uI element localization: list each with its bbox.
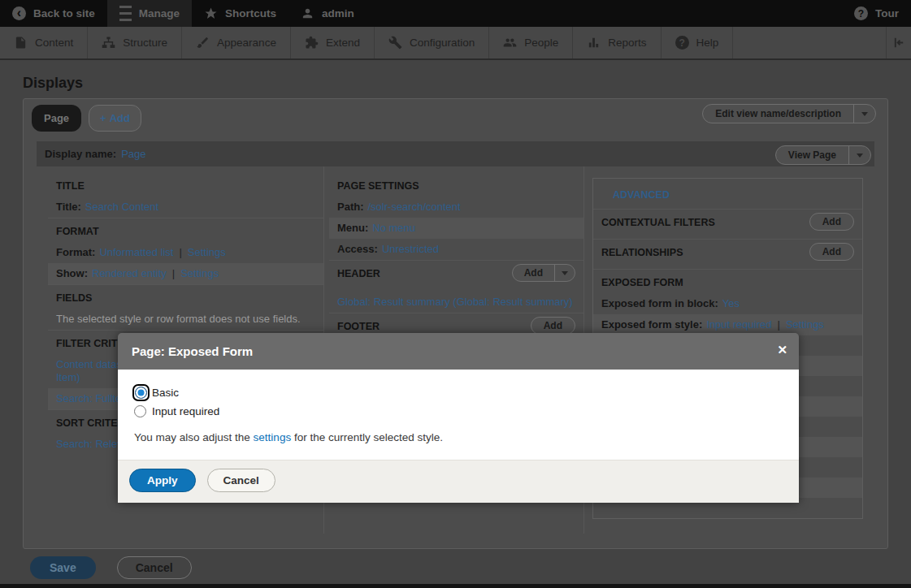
exposed-form-block-row: Exposed form in block:Yes — [593, 293, 862, 314]
toolbar-orientation-toggle[interactable] — [887, 27, 911, 58]
admin-toolbar: Back to site Manage Shortcuts admin Tour — [0, 0, 911, 27]
menu-item-label: Appearance — [217, 37, 276, 49]
view-page-button[interactable]: View Page — [775, 145, 871, 165]
add-display-button[interactable]: Add — [89, 105, 141, 132]
edit-view-name-button[interactable]: Edit view name/description — [702, 104, 876, 123]
radio-basic-label: Basic — [152, 387, 179, 399]
admin-user-button[interactable]: admin — [288, 0, 367, 27]
display-name-bar: Display name: Page View Page — [37, 141, 874, 166]
radio-option-input-required[interactable]: Input required — [134, 405, 783, 417]
format-link[interactable]: Unformatted list — [99, 246, 173, 258]
exposed-block-link[interactable]: Yes — [722, 297, 740, 309]
people-icon — [503, 36, 517, 50]
menu-item-help[interactable]: Help — [662, 27, 734, 58]
radio-selected-icon[interactable] — [135, 387, 147, 399]
menu-item-people[interactable]: People — [489, 27, 573, 58]
access-link[interactable]: Unrestricted — [382, 243, 439, 255]
footer-add-button[interactable]: Add — [531, 317, 575, 335]
cancel-button[interactable]: Cancel — [117, 556, 192, 579]
divider: | — [167, 267, 180, 279]
advanced-toggle-link[interactable]: ADVANCED — [593, 179, 862, 209]
menu-item-structure[interactable]: Structure — [88, 27, 182, 58]
admin-user-label: admin — [322, 7, 354, 19]
chevron-down-icon — [562, 271, 568, 275]
format-label: Format: — [56, 246, 95, 258]
radio-unselected-icon[interactable] — [134, 405, 146, 417]
show-settings-link[interactable]: Settings — [180, 267, 219, 279]
back-to-site-button[interactable]: Back to site — [0, 0, 107, 27]
dialog-cancel-button[interactable]: Cancel — [207, 469, 275, 492]
tab-page-display[interactable]: Page — [32, 105, 81, 132]
menu-item-label: Help — [696, 37, 719, 49]
contextual-filters-add-button[interactable]: Add — [809, 213, 854, 231]
edit-view-dropdown[interactable] — [853, 105, 875, 123]
access-row: Access:Unrestricted — [329, 239, 583, 260]
settings-link[interactable]: settings — [254, 431, 292, 443]
menu-item-label: People — [524, 37, 558, 49]
exposed-style-settings-link[interactable]: Settings — [786, 318, 824, 331]
manage-label: Manage — [139, 7, 180, 19]
question-mark-icon — [854, 6, 868, 20]
radio-option-basic[interactable]: Basic — [134, 386, 783, 400]
wrench-icon — [388, 36, 402, 50]
hamburger-icon — [119, 6, 132, 21]
person-icon — [301, 6, 315, 20]
close-icon[interactable] — [777, 343, 787, 357]
menu-item-label: Configuration — [410, 37, 475, 49]
show-link[interactable]: Rendered entity — [92, 267, 167, 279]
admin-menu-tray: Content Structure Appearance Extend Conf… — [0, 27, 911, 60]
exposed-style-label: Exposed form style: — [601, 318, 702, 331]
menu-item-reports[interactable]: Reports — [573, 27, 661, 58]
divider: | — [173, 246, 187, 258]
menu-row: Menu:No menu — [329, 218, 583, 239]
menu-item-configuration[interactable]: Configuration — [375, 27, 489, 58]
back-to-site-label: Back to site — [33, 7, 95, 19]
collapse-left-icon — [892, 36, 906, 50]
header-add-label: Add — [513, 265, 554, 281]
divider: | — [772, 318, 786, 331]
footer-section-label: FOOTER — [337, 321, 380, 332]
manage-menu-button[interactable]: Manage — [107, 0, 192, 27]
save-button[interactable]: Save — [30, 556, 96, 579]
menu-item-label: Content — [35, 37, 73, 49]
dialog-titlebar[interactable]: Page: Exposed Form — [118, 333, 799, 370]
edit-view-name-label: Edit view name/description — [703, 105, 853, 123]
puzzle-icon — [305, 36, 319, 50]
display-name-link[interactable]: Page — [121, 148, 145, 160]
show-row: Show:Rendered entity|Settings — [48, 263, 323, 284]
menu-item-appearance[interactable]: Appearance — [182, 27, 291, 58]
format-settings-link[interactable]: Settings — [188, 246, 226, 258]
show-label: Show: — [56, 267, 88, 279]
shortcuts-button[interactable]: Shortcuts — [192, 0, 288, 27]
tour-button[interactable]: Tour — [842, 0, 911, 27]
view-page-label: View Page — [776, 146, 848, 164]
menu-item-extend[interactable]: Extend — [291, 27, 375, 58]
section-page-settings: PAGE SETTINGS — [329, 173, 583, 197]
relationships-add-button[interactable]: Add — [809, 243, 854, 261]
exposed-style-link[interactable]: Input required — [706, 318, 771, 331]
title-link[interactable]: Search Content — [85, 201, 158, 213]
path-link[interactable]: /solr-search/content — [368, 201, 461, 213]
menu-label: Menu: — [337, 222, 368, 234]
header-add-dropdown[interactable] — [554, 265, 575, 281]
menu-link[interactable]: No menu — [372, 222, 415, 234]
menu-item-content[interactable]: Content — [0, 27, 88, 58]
header-add-button[interactable]: Add — [512, 264, 575, 282]
section-fields: FIELDS — [48, 284, 323, 309]
dialog-note: You may also adjust the settings for the… — [134, 431, 783, 443]
section-contextual-filters: CONTEXTUAL FILTERS Add — [593, 209, 862, 239]
result-summary-link[interactable]: Global: Result summary (Global: Result s… — [337, 296, 573, 308]
relationships-label: RELATIONSHIPS — [601, 247, 683, 258]
chevron-down-icon — [857, 153, 863, 158]
apply-button[interactable]: Apply — [129, 469, 196, 492]
display-name-label: Display name: — [45, 148, 116, 160]
star-icon — [204, 6, 218, 20]
radio-focus-ring — [134, 386, 148, 400]
help-icon — [675, 36, 689, 50]
page-title: Displays — [23, 75, 83, 92]
path-label: Path: — [337, 201, 364, 213]
exposed-form-dialog: Page: Exposed Form Basic Input required … — [118, 333, 799, 503]
exposed-block-label: Exposed form in block: — [601, 297, 718, 309]
view-page-dropdown[interactable] — [848, 146, 870, 164]
header-section-label: HEADER — [337, 268, 380, 279]
